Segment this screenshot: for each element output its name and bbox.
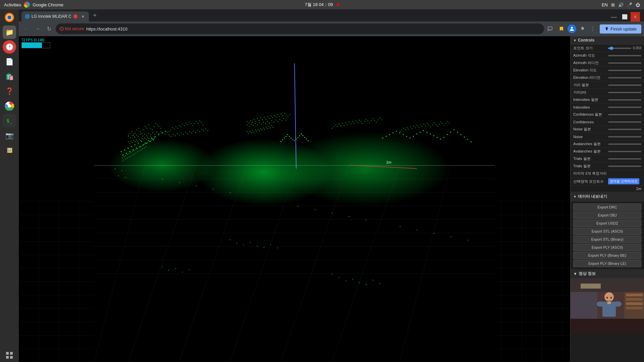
extensions-icon[interactable]	[578, 24, 587, 34]
noise-slider[interactable]	[608, 136, 641, 137]
svg-rect-150	[276, 117, 276, 117]
language-label[interactable]: EN	[602, 2, 608, 7]
noise-filter-slider[interactable]	[608, 129, 641, 130]
elevation-radian-slider[interactable]	[608, 77, 641, 78]
svg-rect-274	[349, 216, 350, 217]
svg-rect-67	[159, 133, 159, 134]
confidences-slider[interactable]	[608, 121, 641, 123]
preview-icon[interactable]: 🖼️	[3, 143, 16, 157]
svg-point-371	[396, 131, 397, 132]
export-drc-button[interactable]: Export DRC	[573, 203, 641, 211]
profile-button[interactable]	[568, 24, 576, 33]
svg-rect-119	[181, 133, 182, 133]
azimuth-radian-slider[interactable]	[608, 62, 641, 64]
firefox-icon[interactable]	[3, 11, 16, 24]
back-button[interactable]: ←	[21, 24, 31, 34]
cast-icon[interactable]	[546, 24, 555, 34]
store-icon[interactable]: 🛍️	[3, 70, 16, 83]
volume-icon[interactable]: 🔊	[618, 2, 624, 7]
trials-row: Trials 필본	[571, 163, 644, 170]
export-obj-button[interactable]: Export OBJ	[573, 212, 641, 219]
svg-point-355	[289, 136, 290, 137]
active-tab[interactable]: 🌐 LG Innotek MLiDAR C ✕	[21, 11, 89, 21]
chrome-app-icon[interactable]	[24, 2, 30, 8]
svg-rect-134	[249, 123, 249, 123]
svg-rect-246	[429, 125, 429, 125]
export-ply-binary-le-button[interactable]: Export PLY (Binary LE)	[573, 260, 641, 267]
trials-slider[interactable]	[608, 166, 641, 167]
docs-icon[interactable]: 📄	[3, 55, 16, 68]
terminal-icon[interactable]: $_	[3, 114, 16, 127]
maximize-button[interactable]: ⬜	[620, 12, 629, 21]
chrome-icon[interactable]	[3, 99, 16, 113]
export-ply-binary-be-button[interactable]: Export PLY (Binary BE)	[573, 252, 641, 259]
svg-rect-257	[447, 121, 448, 122]
svg-rect-155	[284, 113, 285, 114]
svg-rect-217	[363, 123, 363, 124]
select-region-button[interactable]: 영역을 선택하세요	[608, 178, 639, 184]
svg-rect-164	[257, 124, 258, 125]
new-tab-button[interactable]: +	[90, 11, 100, 20]
svg-rect-265	[125, 177, 125, 178]
confidences-filter-slider[interactable]	[608, 114, 641, 115]
svg-rect-213	[356, 120, 356, 121]
forward-button[interactable]: →	[33, 24, 42, 34]
svg-rect-112	[203, 124, 204, 125]
svg-rect-284	[352, 279, 353, 280]
elevation-angle-slider[interactable]	[608, 70, 641, 71]
power-icon[interactable]: ⏻	[636, 2, 640, 7]
screenshot-icon[interactable]: 📷	[3, 129, 16, 142]
distance-filter-slider[interactable]	[608, 84, 641, 86]
svg-point-373	[402, 134, 404, 135]
azimuth-angle-row: Azimuth 각도	[571, 52, 644, 59]
reload-button[interactable]: ↻	[44, 24, 54, 34]
svg-rect-282	[339, 277, 339, 278]
svg-rect-160	[249, 126, 250, 126]
finish-update-button[interactable]: Finish update	[600, 24, 641, 34]
export-stl-binary-button[interactable]: Export STL (Binary)	[573, 236, 641, 243]
svg-rect-114	[171, 136, 171, 137]
viewport[interactable]: 72 FPS (0-148)	[19, 36, 570, 362]
svg-point-378	[420, 132, 421, 133]
svg-point-315	[122, 157, 123, 158]
avalanches-filter-slider[interactable]	[608, 143, 641, 145]
svg-point-359	[296, 138, 297, 139]
pointcloud-visualization[interactable]: // This won't execute in SVG, use manual…	[19, 36, 570, 362]
help-icon[interactable]: ❓	[3, 84, 16, 98]
svg-rect-55	[134, 137, 135, 137]
export-section-header[interactable]: ▼ 데이터 내보내기	[571, 192, 644, 201]
menu-button[interactable]: ⋮	[588, 24, 598, 34]
minimize-button[interactable]: —	[609, 12, 619, 21]
svg-rect-49	[157, 124, 158, 125]
close-button[interactable]: ✕	[631, 12, 640, 21]
svg-point-399	[264, 247, 264, 248]
svg-point-340	[130, 156, 131, 156]
svg-point-385	[443, 137, 444, 138]
svg-rect-281	[332, 274, 332, 275]
svg-point-384	[440, 138, 441, 139]
tab-close-button[interactable]: ✕	[80, 14, 86, 19]
azimuth-angle-slider[interactable]	[608, 55, 641, 56]
apps-grid-icon[interactable]	[3, 349, 16, 362]
point-size-slider[interactable]: 0.059	[608, 46, 641, 50]
intensities-filter-slider[interactable]	[608, 99, 641, 101]
bookmark-icon[interactable]	[557, 24, 566, 34]
avalanches-slider[interactable]	[608, 151, 641, 152]
svg-rect-240	[419, 127, 419, 127]
export-usdz-button[interactable]: Export USDZ	[573, 220, 641, 227]
system-tray: EN ⊞ 🔊 🎤 ⏻	[602, 2, 640, 7]
trials-filter-slider[interactable]	[608, 158, 641, 160]
controls-section-header[interactable]: ▼ Controls	[571, 36, 644, 45]
address-bar[interactable]: ! Not secure https://localhost:4310	[56, 23, 544, 34]
distance-m-slider[interactable]	[608, 92, 641, 93]
intensities-slider[interactable]	[608, 107, 641, 108]
export-ply-ascii-button[interactable]: Export PLY (ASCII)	[573, 244, 641, 251]
svg-rect-234	[408, 129, 409, 129]
activities-label[interactable]: Activities	[4, 2, 21, 7]
clock-icon[interactable]: 🕐	[3, 40, 16, 54]
export-stl-ascii-button[interactable]: Export STL (ASCII)	[573, 228, 641, 235]
svg-rect-232	[405, 129, 406, 130]
files-icon[interactable]: 📁	[3, 25, 16, 39]
video-section-header[interactable]: ▼ 영상 정보	[571, 269, 644, 279]
mic-icon[interactable]: 🎤	[627, 2, 632, 7]
